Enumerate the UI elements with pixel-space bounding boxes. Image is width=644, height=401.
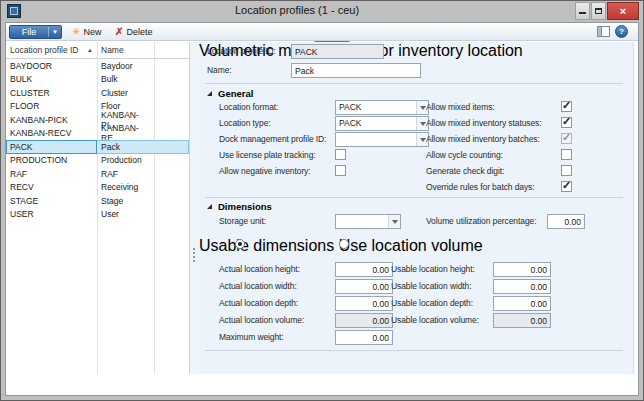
main-area: Location profile ID ▲ Name BAYDOORBaydoo…: [6, 42, 638, 374]
negative-inventory-label: Allow negative inventory:: [219, 166, 311, 176]
usable-dimensions-radio[interactable]: [235, 239, 245, 249]
column-label: Location profile ID: [10, 45, 79, 55]
cell-id[interactable]: KANBAN-RECV: [6, 127, 97, 141]
divider: [205, 350, 623, 351]
window-panes-icon[interactable]: [597, 26, 610, 37]
dock-profile-select[interactable]: [335, 132, 429, 147]
grid-row[interactable]: RAFRAF: [6, 167, 189, 181]
collapse-triangle-icon: [207, 91, 212, 96]
cell-id[interactable]: BAYDOOR: [6, 59, 97, 73]
maximum-weight-label: Maximum weight:: [219, 332, 284, 342]
actual-depth-input[interactable]: [335, 296, 393, 311]
cell-id[interactable]: CLUSTER: [6, 86, 97, 100]
splitter[interactable]: [190, 42, 199, 374]
client-area: File ▾ ✳ New ✗ Delete ? Location pr: [5, 22, 639, 396]
divider: [205, 83, 623, 84]
file-label: File: [10, 27, 48, 37]
name-field[interactable]: [291, 63, 421, 78]
grid-row[interactable]: CLUSTERCluster: [6, 86, 189, 100]
app-icon-glyph: [10, 7, 18, 15]
grid-row-selected[interactable]: PACKPack: [6, 140, 189, 154]
override-batch-days-checkbox[interactable]: [561, 181, 572, 192]
new-button[interactable]: ✳ New: [68, 24, 105, 39]
actual-volume-label: Actual location volume:: [219, 315, 304, 325]
cell-name[interactable]: Receiving: [97, 181, 153, 195]
cell-id[interactable]: STAGE: [6, 194, 97, 208]
location-format-select[interactable]: PACK: [335, 100, 429, 115]
maximize-button[interactable]: [591, 2, 606, 20]
actual-width-input[interactable]: [335, 279, 393, 294]
cell-name[interactable]: Stage: [97, 194, 153, 208]
detail-panel: Location profile ID: Name: General Locat…: [199, 42, 633, 374]
usable-width-input[interactable]: [493, 279, 551, 294]
actual-height-label: Actual location height:: [219, 264, 300, 274]
allow-mixed-statuses-checkbox[interactable]: [561, 117, 572, 128]
grid-row[interactable]: USERUser: [6, 208, 189, 222]
grid-row[interactable]: STAGEStage: [6, 194, 189, 208]
usable-height-label: Usable location height:: [391, 264, 475, 274]
allow-mixed-items-checkbox[interactable]: [561, 101, 572, 112]
close-window-button[interactable]: ×: [607, 2, 639, 20]
sort-ascending-icon: ▲: [87, 47, 93, 53]
usable-depth-label: Usable location depth:: [391, 298, 473, 308]
actual-height-input[interactable]: [335, 262, 393, 277]
minimize-button[interactable]: [575, 2, 590, 20]
maximum-weight-input[interactable]: [335, 330, 393, 345]
file-menu-button[interactable]: File ▾: [9, 25, 62, 39]
profile-id-field[interactable]: [291, 44, 384, 59]
grid-row[interactable]: PRODUCTIONProduction: [6, 154, 189, 168]
cell-id[interactable]: PRODUCTION: [6, 154, 97, 168]
grid-row[interactable]: KANBAN-PICKKANBAN-PI...: [6, 113, 189, 127]
select-value: PACK: [336, 101, 416, 114]
volume-utilization-input[interactable]: [547, 214, 585, 229]
cell-name[interactable]: Cluster: [97, 86, 153, 100]
use-location-volume-label: Use location volume: [339, 237, 483, 254]
cell-name[interactable]: Production: [97, 154, 153, 168]
license-plate-checkbox[interactable]: [335, 149, 346, 160]
help-icon[interactable]: ?: [615, 25, 628, 38]
location-type-select[interactable]: PACK: [335, 116, 429, 131]
cell-id[interactable]: RAF: [6, 167, 97, 181]
negative-inventory-checkbox[interactable]: [335, 165, 346, 176]
cell-name[interactable]: Bulk: [97, 73, 153, 87]
new-star-icon: ✳: [72, 27, 80, 37]
cell-id[interactable]: KANBAN-PICK: [6, 113, 97, 127]
help-glyph: ?: [619, 27, 624, 36]
grid-row[interactable]: BULKBulk: [6, 73, 189, 87]
grid-row[interactable]: FLOORFloor: [6, 100, 189, 114]
new-label: New: [83, 27, 101, 37]
cycle-counting-checkbox[interactable]: [561, 149, 572, 160]
cell-id[interactable]: USER: [6, 208, 97, 222]
allow-mixed-statuses-label: Allow mixed inventory statuses:: [426, 118, 541, 128]
cell-name[interactable]: RAF: [97, 167, 153, 181]
name-label: Name:: [207, 65, 232, 75]
grid-row[interactable]: BAYDOORBaydoor: [6, 59, 189, 73]
usable-depth-input[interactable]: [493, 296, 551, 311]
titlebar: Location profiles (1 - ceu) ×: [2, 1, 642, 21]
cell-name[interactable]: Pack: [97, 140, 153, 154]
dimensions-section-header[interactable]: Dimensions: [207, 200, 272, 212]
cell-id[interactable]: BULK: [6, 73, 97, 87]
cell-id[interactable]: FLOOR: [6, 100, 97, 114]
column-header-empty: [153, 42, 189, 58]
delete-x-icon: ✗: [115, 27, 123, 37]
cell-id[interactable]: PACK: [6, 140, 97, 154]
cell-name[interactable]: User: [97, 208, 153, 222]
cell-name[interactable]: Baydoor: [97, 59, 153, 73]
usable-volume-label: Usable location volume:: [391, 315, 479, 325]
general-section-header[interactable]: General: [207, 87, 253, 99]
divider: [205, 197, 623, 198]
location-format-label: Location format:: [219, 102, 278, 112]
usable-height-input[interactable]: [493, 262, 551, 277]
cell-id[interactable]: RECV: [6, 181, 97, 195]
grid-row[interactable]: RECVReceiving: [6, 181, 189, 195]
cell-name[interactable]: KANBAN-RE...: [97, 127, 153, 141]
column-header-name[interactable]: Name: [97, 42, 153, 58]
use-location-volume-radio[interactable]: [339, 239, 349, 249]
check-digit-checkbox[interactable]: [561, 165, 572, 176]
grid-row[interactable]: KANBAN-RECVKANBAN-RE...: [6, 127, 189, 141]
actual-depth-label: Actual location depth:: [219, 298, 298, 308]
delete-button[interactable]: ✗ Delete: [111, 24, 156, 39]
column-header-location-profile-id[interactable]: Location profile ID ▲: [6, 42, 97, 58]
pane-inner: [598, 27, 602, 36]
